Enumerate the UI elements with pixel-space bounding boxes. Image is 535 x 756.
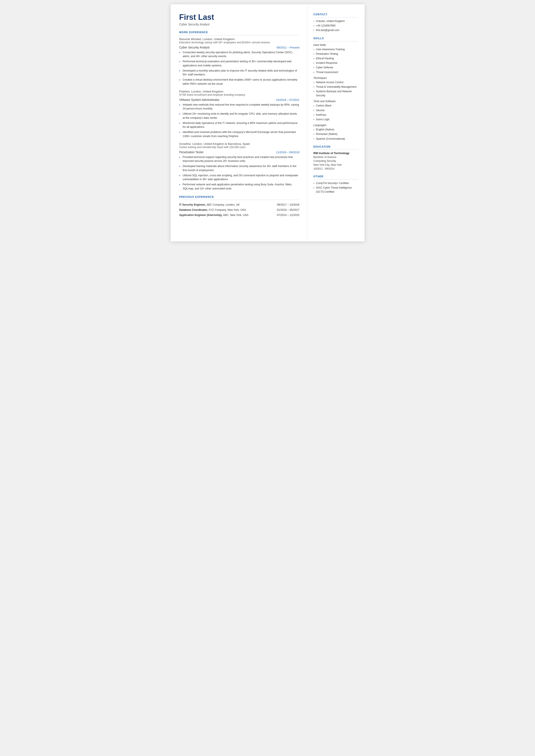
contact-email: first.last@gmail.com (314, 28, 358, 32)
role-dates-2: 10/2019 – 07/2021 (276, 98, 299, 101)
bullets-2: Initiated new methods that reduced the t… (179, 103, 299, 138)
language-item: Spanish (Conversational) (314, 137, 358, 141)
hard-skills-list: User Awareness Training Penetration Test… (314, 47, 358, 74)
skill-item: Threat Assessment (314, 70, 358, 74)
techniques-subheader: Techniques: (314, 76, 358, 79)
edu-dates: 10/2011 - 06/2014 (314, 167, 358, 171)
role-row-3: Penetration Tester 11/2018 – 09/2019 (179, 151, 299, 154)
tool-item: Sumo Logic (314, 118, 358, 122)
prev-exp-title: Application Engineer (Internship), ABC, … (179, 212, 271, 218)
table-row: Application Engineer (Internship), ABC, … (179, 212, 299, 218)
bullet-item: Initiated new methods that reduced the t… (179, 103, 299, 111)
contact-header: CONTACT (314, 13, 358, 17)
tools-list: Carbon Black Varonis KeePass Sumo Logic (314, 104, 358, 122)
techniques-list: Network Access Control Threat & Vulnerab… (314, 80, 358, 98)
job-block-2: Polyhire, London, United Kingdom NYSE-li… (179, 90, 299, 138)
skills-header: SKILLS (314, 37, 358, 42)
languages-subheader: Languages: (314, 124, 358, 127)
bullet-item: Performed network and web application pe… (179, 182, 299, 191)
work-experience-header: WORK EXPERIENCE (179, 31, 299, 35)
prev-exp-dates: 06/2017 – 10/2018 (270, 202, 299, 207)
bullet-item: Monitored daily operations of the IT net… (179, 121, 299, 129)
contact-phone: +44 1234567890 (314, 24, 358, 28)
technique-item: Network Access Control (314, 80, 358, 84)
company-name-3: Growthsi, London, United Kingdom & Barce… (179, 142, 299, 146)
sidebar: CONTACT Chester, United Kingdom +44 1234… (307, 4, 365, 241)
company-desc-2: NYSE-listed recruitment and employer bra… (179, 93, 299, 96)
bullet-item: Performed technical evaluation and penet… (179, 60, 299, 68)
contact-address: Chester, United Kingdom (314, 19, 358, 23)
contact-list: Chester, United Kingdom +44 1234567890 f… (314, 19, 358, 33)
other-header: OTHER (314, 175, 358, 180)
skill-item: Penetration Testing (314, 52, 358, 56)
skill-item: Incident Response (314, 61, 358, 65)
bullet-item: Developed training materials about infor… (179, 164, 299, 172)
prev-exp-title: Database Coordinator, XYZ Company, New Y… (179, 207, 271, 212)
role-row-1: Cyber Security Analyst 08/2021 – Present (179, 46, 299, 49)
skill-item: User Awareness Training (314, 47, 358, 51)
resume-page: First Last Cyber Security Analyst WORK E… (171, 4, 365, 241)
skill-item: Cyber Defense (314, 66, 358, 70)
company-name-1: Resume Worded, London, United Kingdom (179, 38, 299, 41)
company-desc-3: Career training and membership SaaS with… (179, 146, 299, 149)
language-item: Romanian (Native) (314, 132, 358, 136)
role-dates-1: 08/2021 – Present (276, 46, 299, 49)
bullet-item: Utilized 10+ monitoring tools to identif… (179, 112, 299, 120)
candidate-name: First Last (179, 13, 299, 21)
other-list: CompTIA Security+ Certified GIAC Cyber T… (314, 181, 358, 194)
technique-item: Threat & Vulnerability Management (314, 85, 358, 89)
tool-item: KeePass (314, 113, 358, 117)
hard-skills-subheader: Hard Skills: (314, 43, 358, 46)
bullet-item: Provided technical support regarding sec… (179, 155, 299, 163)
previous-experience-header: PREVIOUS EXPERIENCE (179, 195, 299, 200)
role-title-1: Cyber Security Analyst (179, 46, 210, 49)
edu-school: RW Institute of Technology (314, 152, 358, 155)
other-item: CompTIA Security+ Certified (314, 181, 358, 185)
table-row: IT Security Engineer, ABC Company, Londo… (179, 202, 299, 207)
tool-item: Carbon Black (314, 104, 358, 108)
bullet-item: Developed a monthly education plan to im… (179, 69, 299, 77)
education-header: EDUCATION (314, 145, 358, 150)
prev-exp-dates: 07/2014 – 12/2015 (270, 212, 299, 218)
languages-list: English (Native) Romanian (Native) Spani… (314, 127, 358, 141)
company-desc-1: Education technology startup with 50+ em… (179, 41, 299, 44)
candidate-title: Cyber Security Analyst (179, 23, 299, 26)
technique-item: Systems Backups and Network Security (314, 90, 358, 98)
table-row: Database Coordinator, XYZ Company, New Y… (179, 207, 299, 212)
company-name-2: Polyhire, London, United Kingdom (179, 90, 299, 93)
role-title-3: Penetration Tester (179, 151, 204, 154)
edu-field: Computing Security (314, 159, 358, 163)
prev-exp-dates: 01/2016 – 05/2017 (270, 207, 299, 212)
tools-subheader: Tools and Software: (314, 100, 358, 103)
skill-item: Ethical Hacking (314, 56, 358, 61)
edu-location: New York City, New York (314, 163, 358, 167)
tool-item: Varonis (314, 108, 358, 113)
role-title-2: VMware System Administrator (179, 98, 220, 101)
bullets-3: Provided technical support regarding sec… (179, 155, 299, 191)
bullets-1: Conducted weekly security operations for… (179, 50, 299, 86)
bullet-item: Created a virtual desktop environment th… (179, 78, 299, 86)
language-item: English (Native) (314, 127, 358, 132)
edu-degree: Bachelor of Science (314, 155, 358, 159)
other-item: GIAC Cyber Threat Intelligence (GCTI) Ce… (314, 186, 358, 194)
job-block-1: Resume Worded, London, United Kingdom Ed… (179, 38, 299, 86)
bullet-item: Utilized SQL injection, cross-site scrip… (179, 174, 299, 182)
prev-exp-title: IT Security Engineer, ABC Company, Londo… (179, 202, 271, 207)
bullet-item: Identified and resolved problems with th… (179, 130, 299, 138)
main-column: First Last Cyber Security Analyst WORK E… (171, 4, 307, 241)
role-dates-3: 11/2018 – 09/2019 (276, 151, 299, 154)
bullet-item: Conducted weekly security operations for… (179, 50, 299, 59)
previous-experience-table: IT Security Engineer, ABC Company, Londo… (179, 202, 299, 218)
job-block-3: Growthsi, London, United Kingdom & Barce… (179, 142, 299, 191)
role-row-2: VMware System Administrator 10/2019 – 07… (179, 98, 299, 101)
